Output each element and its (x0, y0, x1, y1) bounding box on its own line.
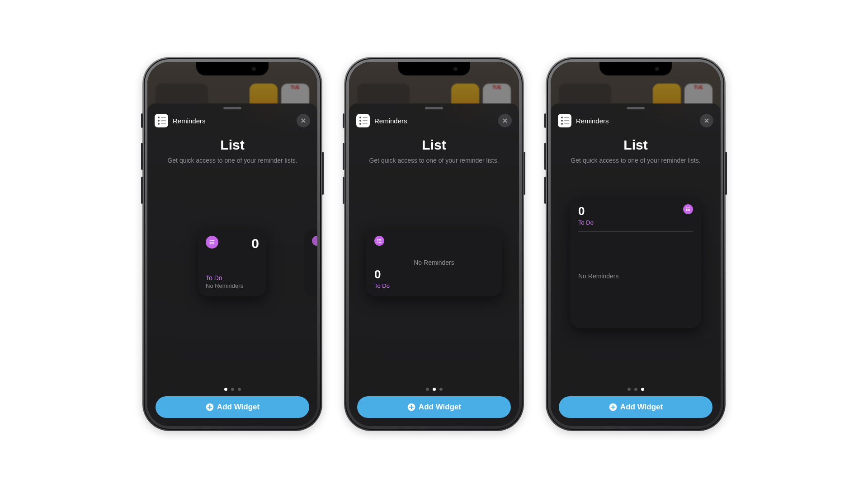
add-widget-label: Add Widget (217, 403, 259, 412)
notch (196, 62, 269, 75)
app-name-label: Reminders (173, 117, 206, 125)
widget-preview-large: 0 To Do No Reminders (570, 197, 701, 328)
screen: TUE Reminders List Get quick access to o… (349, 62, 519, 426)
page-indicator[interactable] (349, 388, 519, 391)
add-widget-button[interactable]: Add Widget (156, 396, 309, 418)
page-dot (231, 388, 234, 391)
side-button (343, 177, 344, 204)
svg-point-2 (210, 242, 210, 242)
empty-message: No Reminders (578, 272, 618, 280)
reminder-count: 0 (578, 204, 594, 218)
add-widget-button[interactable]: Add Widget (559, 396, 712, 418)
plus-circle-icon (407, 403, 416, 412)
close-button[interactable] (297, 114, 310, 127)
page-title: List (556, 137, 715, 153)
widget-gallery-sheet: Reminders List Get quick access to one o… (349, 103, 519, 426)
side-button (322, 152, 324, 195)
page-dot (634, 388, 637, 391)
title-block: List Get quick access to one of your rem… (551, 137, 721, 165)
close-icon (300, 117, 307, 124)
phone-mockup-2: TUE Reminders List Get quick access to o… (344, 57, 524, 431)
calendar-day-label: TUE (694, 85, 703, 90)
page-dot (433, 388, 436, 391)
plus-circle-icon (205, 403, 214, 412)
reminders-app-icon (558, 114, 571, 127)
side-button (141, 177, 143, 204)
side-button (524, 152, 525, 195)
widget-preview-medium: No Reminders 0 To Do (366, 229, 502, 296)
phone-mockup-3: TUE Reminders List Get quick access to o… (546, 57, 726, 431)
reminders-app-icon (155, 114, 168, 127)
widget-gallery-sheet: Reminders List Get quick access to one o… (147, 103, 317, 426)
screen: TUE Reminders List Get quick access to o… (551, 62, 721, 426)
list-name-label: To Do (206, 274, 259, 282)
page-dot (641, 388, 644, 391)
app-name-label: Reminders (576, 117, 609, 125)
side-button (544, 113, 546, 128)
svg-point-4 (210, 244, 210, 244)
list-name-label: To Do (578, 219, 594, 226)
page-title: List (153, 137, 312, 153)
empty-message: No Reminders (206, 282, 259, 289)
next-widget-peek (304, 229, 317, 296)
sheet-header: Reminders (147, 109, 317, 127)
title-block: List Get quick access to one of your rem… (147, 137, 317, 165)
page-indicator[interactable] (551, 388, 721, 391)
page-dot (426, 388, 429, 391)
side-button (141, 143, 143, 170)
phone-mockup-1: TUE Reminders List Get quick access to o… (142, 57, 322, 431)
page-dot (224, 388, 227, 391)
reminders-app-icon (356, 114, 370, 127)
screen: TUE Reminders List Get quick access to o… (147, 62, 317, 426)
title-block: List Get quick access to one of your rem… (349, 137, 519, 165)
page-subtitle: Get quick access to one of your reminder… (354, 156, 514, 165)
close-button[interactable] (700, 114, 713, 127)
notch (599, 62, 672, 75)
close-icon (502, 117, 508, 124)
side-button (141, 113, 143, 128)
svg-point-0 (210, 240, 210, 241)
empty-message: No Reminders (366, 229, 502, 296)
calendar-day-label: TUE (492, 85, 501, 90)
widget-preview-small: 0 To Do No Reminders (198, 229, 266, 296)
side-button (725, 152, 727, 195)
app-name-label: Reminders (374, 117, 407, 125)
page-title: List (354, 137, 514, 153)
sheet-header: Reminders (349, 109, 519, 127)
widget-preview-area[interactable]: 0 To Do No Reminders (551, 165, 721, 360)
page-dot (439, 388, 443, 391)
notch (398, 62, 470, 75)
widget-gallery-sheet: Reminders List Get quick access to one o… (551, 103, 721, 426)
reminder-count: 0 (251, 236, 259, 251)
page-dot (627, 388, 631, 391)
page-indicator[interactable] (147, 388, 317, 391)
page-subtitle: Get quick access to one of your reminder… (153, 156, 312, 165)
svg-point-18 (686, 210, 687, 211)
side-button (343, 143, 344, 170)
add-widget-label: Add Widget (620, 403, 663, 412)
close-icon (703, 117, 710, 124)
page-dot (238, 388, 241, 391)
side-button (544, 177, 546, 204)
close-button[interactable] (498, 114, 512, 127)
list-icon (206, 236, 218, 249)
svg-point-16 (686, 209, 687, 209)
add-widget-button[interactable]: Add Widget (357, 396, 511, 418)
side-button (343, 113, 344, 128)
add-widget-label: Add Widget (419, 403, 461, 412)
widget-preview-area[interactable]: 0 To Do No Reminders (147, 165, 317, 360)
side-button (544, 143, 546, 170)
sheet-header: Reminders (551, 109, 721, 127)
page-subtitle: Get quick access to one of your reminder… (556, 156, 715, 165)
plus-circle-icon (609, 403, 618, 412)
svg-point-14 (686, 207, 687, 208)
calendar-day-label: TUE (291, 85, 300, 90)
widget-preview-area[interactable]: No Reminders 0 To Do (349, 165, 519, 360)
list-icon (683, 204, 693, 214)
